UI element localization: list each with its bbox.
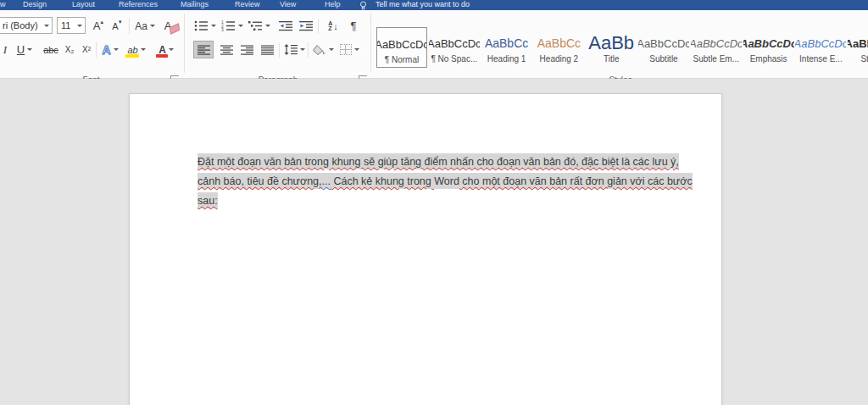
style-preview: AaBbCcDc <box>638 32 689 54</box>
font-name-combobox[interactable]: ri (Body) <box>0 17 53 34</box>
tab-references[interactable]: References <box>119 0 158 10</box>
chevron-down-icon[interactable] <box>77 25 82 27</box>
style-item-heading-1[interactable]: AaBbCcHeading 1 <box>481 27 532 68</box>
style-label: Intense E... <box>795 54 846 64</box>
chevron-down-icon[interactable] <box>27 48 32 51</box>
grow-font-button[interactable]: A▲ <box>90 17 108 35</box>
underline-button[interactable]: U <box>14 41 36 58</box>
text-segment: Word <box>434 173 459 189</box>
superscript-button[interactable]: X² <box>78 41 95 58</box>
tab-mailings[interactable]: Mailings <box>181 0 209 10</box>
style-preview: AaBbCcDc <box>795 32 846 54</box>
text-highlight-button[interactable]: ab <box>124 41 149 58</box>
superscript-icon: X² <box>82 45 91 54</box>
style-label: Subtle Em... <box>691 54 742 64</box>
text-effects-button[interactable]: A <box>99 41 121 58</box>
tab-help[interactable]: Help <box>325 0 341 10</box>
style-label: Subtitle <box>638 54 689 64</box>
paint-bucket-icon <box>312 44 326 56</box>
ribbon: ri (Body) 11 A▲ A▼ Aa A I U abc X₂ X² A … <box>0 10 868 79</box>
chevron-down-icon[interactable] <box>354 48 359 51</box>
chevron-down-icon[interactable] <box>238 25 243 27</box>
borders-icon <box>340 44 352 55</box>
text-segment: cảnh báo, tiêu đề chương, <box>198 173 322 189</box>
decrease-indent-icon <box>279 20 293 31</box>
chevron-down-icon[interactable] <box>329 48 334 51</box>
style-preview: AaBbCc <box>481 32 532 54</box>
chevron-down-icon[interactable] <box>300 48 305 51</box>
font-size-combobox[interactable]: 11 <box>57 17 86 34</box>
highlight-color-bar <box>125 54 139 58</box>
font-name-value: ri (Body) <box>0 20 38 31</box>
clear-formatting-button[interactable]: A <box>161 17 183 35</box>
strikethrough-button[interactable]: abc <box>41 41 61 58</box>
divider <box>129 19 130 34</box>
text-segment: Đặt một đoạn văn bản trong khung sẽ giúp… <box>198 153 679 169</box>
show-hide-pilcrow-button[interactable]: ¶ <box>346 17 361 35</box>
increase-indent-button[interactable] <box>297 17 315 35</box>
font-size-value: 11 <box>58 20 70 31</box>
down-caret-icon: ▼ <box>118 19 123 25</box>
tab-design[interactable]: Design <box>23 0 47 10</box>
numbering-button[interactable]: 1 2 3 <box>220 17 244 35</box>
style-item-subtitle[interactable]: AaBbCcDcSubtitle <box>638 27 689 68</box>
style-item-subtle-em[interactable]: AaBbCcDcSubtle Em... <box>691 27 742 68</box>
doc-line-1[interactable]: Đặt một đoạn văn bản trong khung sẽ giúp… <box>198 155 679 169</box>
divider <box>308 42 309 58</box>
change-case-icon: Aa <box>135 20 147 32</box>
tab-w[interactable]: w <box>0 0 6 10</box>
line-spacing-icon <box>284 44 298 55</box>
shrink-font-button[interactable]: A▼ <box>109 17 126 35</box>
style-item-normal[interactable]: AaBbCcDc¶ Normal <box>376 27 427 68</box>
style-item-strong[interactable]: AaBbCcDcStrong <box>848 27 868 68</box>
font-color-bar <box>156 54 168 58</box>
subscript-button[interactable]: X₂ <box>61 41 78 58</box>
bullets-button[interactable] <box>193 17 217 35</box>
tab-review[interactable]: Review <box>235 0 260 10</box>
underline-icon: U <box>17 43 25 56</box>
tab-view[interactable]: View <box>280 0 296 10</box>
align-center-icon <box>220 45 233 55</box>
align-center-button[interactable] <box>217 41 236 58</box>
align-right-icon <box>241 45 253 55</box>
align-right-button[interactable] <box>237 41 256 58</box>
style-item-no-spac[interactable]: AaBbCcDc¶ No Spac... <box>429 27 480 68</box>
text-segment: ... <box>322 173 331 189</box>
style-label: Heading 1 <box>481 54 532 64</box>
chevron-down-icon[interactable] <box>141 48 146 51</box>
chevron-down-icon[interactable] <box>265 25 270 27</box>
style-item-emphasis[interactable]: AaBbCcDcEmphasis <box>743 27 794 68</box>
align-left-button[interactable] <box>193 41 214 58</box>
chevron-down-icon[interactable] <box>211 25 216 27</box>
chevron-down-icon[interactable] <box>44 25 49 27</box>
divider <box>318 19 319 34</box>
tab-layout[interactable]: Layout <box>72 0 95 10</box>
shading-button[interactable] <box>311 41 335 58</box>
ribbon-tab-bar: wDesignLayoutReferencesMailingsReviewVie… <box>0 0 868 10</box>
style-label: Strong <box>848 54 868 64</box>
style-item-heading-2[interactable]: AaBbCcHeading 2 <box>533 27 584 68</box>
italic-button[interactable]: I <box>0 41 10 58</box>
multilevel-list-button[interactable] <box>248 17 271 35</box>
line-spacing-button[interactable] <box>282 41 306 58</box>
strikethrough-icon: abc <box>43 45 58 55</box>
chevron-down-icon[interactable] <box>150 25 155 27</box>
doc-line-2[interactable]: cảnh báo, tiêu đề chương,... Cách kẻ khu… <box>198 175 693 189</box>
chevron-down-icon[interactable] <box>114 48 119 51</box>
divider <box>96 42 97 58</box>
tell-me-box[interactable]: Tell me what you want to do <box>376 0 470 10</box>
sort-button[interactable]: AZ ↓ <box>322 17 344 35</box>
doc-line-3[interactable]: sau: <box>198 194 218 208</box>
borders-button[interactable] <box>338 41 360 58</box>
change-case-button[interactable]: Aa <box>132 17 158 35</box>
decrease-indent-button[interactable] <box>276 17 295 35</box>
justify-button[interactable] <box>258 41 276 58</box>
document-page[interactable] <box>129 93 722 405</box>
style-item-intense-e[interactable]: AaBbCcDcIntense E... <box>795 27 846 68</box>
style-item-title[interactable]: AaBbTitle <box>586 27 637 68</box>
down-arrow-icon: ↓ <box>333 21 338 31</box>
font-color-button[interactable]: A <box>154 41 178 58</box>
italic-icon: I <box>3 43 7 57</box>
align-left-icon <box>198 45 210 55</box>
chevron-down-icon[interactable] <box>169 48 174 51</box>
